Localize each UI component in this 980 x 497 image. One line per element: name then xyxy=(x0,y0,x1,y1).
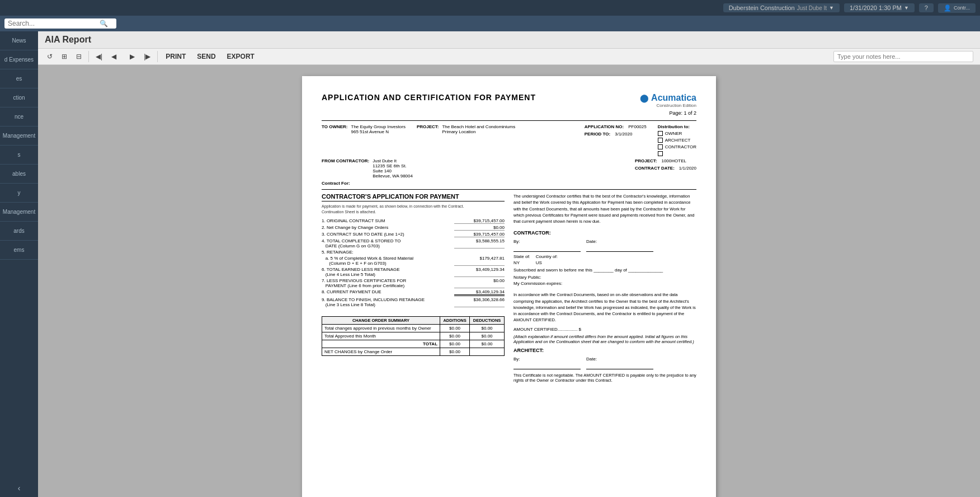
refresh-icon: ↺ xyxy=(47,53,53,60)
line1-label: 1. ORIGINAL CONTRACT SUM xyxy=(322,218,454,224)
co-label-net: NET CHANGES by Change Order xyxy=(322,348,440,355)
sidebar-item-management1-label: Management xyxy=(3,133,35,139)
send-button[interactable]: SEND xyxy=(194,51,219,62)
dist-architect: ARCHITECT xyxy=(658,138,696,143)
first-page-button[interactable]: ◀| xyxy=(93,51,105,62)
report-view: APPLICATION AND CERTIFICATION FOR PAYMEN… xyxy=(38,65,980,497)
sidebar-item-nce[interactable]: nce xyxy=(0,107,38,126)
search-box[interactable]: 🔍 xyxy=(4,18,116,29)
company-name: Duberstein Construction xyxy=(729,4,795,11)
company-selector[interactable]: Duberstein Construction Just Dube It ▼ xyxy=(723,3,840,12)
company-dropdown-arrow: ▼ xyxy=(829,5,834,11)
report-title-bar: AIA Report xyxy=(38,31,980,49)
state-block: State of: NY xyxy=(513,254,530,265)
line7-label: 7. LESS PREVIOUS CERTIFICATES FOR PAYMEN… xyxy=(322,278,454,288)
sidebar-item-news[interactable]: News xyxy=(0,31,38,50)
document: APPLICATION AND CERTIFICATION FOR PAYMEN… xyxy=(302,76,716,497)
date-label: Date: xyxy=(586,239,653,244)
last-page-button[interactable]: |▶ xyxy=(142,51,153,62)
help-button[interactable]: ? xyxy=(919,3,934,12)
search-input[interactable] xyxy=(8,20,97,27)
sidebar-item-ems-label: ems xyxy=(14,247,25,253)
line9-value: $36,306,328.66 xyxy=(454,297,505,307)
info-grid: TO OWNER: The Equity Group Investors965 … xyxy=(322,120,696,190)
print-button[interactable]: PRINT xyxy=(162,51,189,62)
user-button[interactable]: 👤 Contr... xyxy=(938,3,976,13)
dist-extra-checkbox xyxy=(658,151,663,156)
line-item-9: 9. BALANCE TO FINISH, INCLUDING RETAINAG… xyxy=(322,297,505,307)
line2-value: $0.00 xyxy=(454,225,505,231)
from-contractor-label: FROM CONTRACTOR: xyxy=(322,158,369,163)
refresh-button[interactable]: ↺ xyxy=(45,51,55,62)
co-header-summary: CHANGE ORDER SUMMARY xyxy=(322,316,440,324)
left-col: CONTRACTOR'S APPLICATION FOR PAYMENT App… xyxy=(322,193,505,383)
dist-owner: OWNER xyxy=(658,131,696,136)
datetime-selector[interactable]: 1/31/2020 1:30 PM ▼ xyxy=(844,3,915,12)
to-owner-cell: TO OWNER: The Equity Group Investors965 … xyxy=(322,124,406,156)
sidebar-item-s[interactable]: s xyxy=(0,146,38,165)
co-label-this-month: Total Approved this Month xyxy=(322,332,440,340)
co-label-previous: Total changes approved in previous month… xyxy=(322,324,440,332)
dist-contractor-label: CONTRACTOR xyxy=(665,144,696,149)
co-additions-this-month: $0.00 xyxy=(440,332,470,340)
arch-by-label: By: xyxy=(513,357,581,362)
co-row-previous: Total changes approved in previous month… xyxy=(322,324,505,332)
sidebar-item-es[interactable]: es xyxy=(0,69,38,88)
line-item-8: 8. CURRENT PAYMENT DUE $3,409,129.34 xyxy=(322,289,505,296)
by-underline xyxy=(513,245,581,252)
co-row-net: NET CHANGES by Change Order $0.00 xyxy=(322,348,505,355)
contractor-app-title: CONTRACTOR'S APPLICATION FOR PAYMENT xyxy=(322,193,505,201)
page-info: Page: 1 of 2 xyxy=(640,110,696,116)
dist-contractor: CONTRACTOR xyxy=(658,144,696,149)
project-value: The Beach Hotel and CondominiumsPrimary … xyxy=(442,124,515,134)
doc-logo: ⬤ Acumatica Construction Edition Page: 1… xyxy=(640,93,696,116)
sidebar-item-management2[interactable]: Management xyxy=(0,203,38,222)
non-negotiable-text: This Certificate is not negotiable. The … xyxy=(513,373,696,383)
co-deductions-this-month: $0.00 xyxy=(470,332,505,340)
sidebar-item-ards-label: ards xyxy=(13,228,24,234)
line-item-4: 4. TOTAL COMPLETED & STORED TO DATE (Col… xyxy=(322,238,505,248)
sidebar-item-ables[interactable]: ables xyxy=(0,165,38,184)
co-deductions-previous: $0.00 xyxy=(470,324,505,332)
line8-label: 8. CURRENT PAYMENT DUE xyxy=(322,289,454,296)
search-icon: 🔍 xyxy=(100,20,108,27)
sidebar-item-y-label: y xyxy=(18,190,21,196)
co-additions-net: $0.00 xyxy=(440,348,470,355)
contractor-label: CONTRACTOR: xyxy=(513,230,696,236)
line-item-5: 5. RETAINAGE: xyxy=(322,250,505,255)
separator1 xyxy=(88,51,89,62)
notes-input[interactable] xyxy=(833,51,973,62)
co-additions-total: $0.00 xyxy=(440,340,470,348)
sidebar-collapse-button[interactable]: ‹ xyxy=(0,479,38,497)
contract-for-row: Contract For: xyxy=(322,181,696,186)
sidebar-item-ems[interactable]: ems xyxy=(0,241,38,260)
next-page-button[interactable]: ▶ xyxy=(128,51,137,62)
sidebar-item-management1[interactable]: Management xyxy=(0,126,38,146)
commission-label: My Commission expires: xyxy=(513,281,696,286)
sidebar-item-es-label: es xyxy=(16,76,22,82)
sidebar-item-y[interactable]: y xyxy=(0,184,38,203)
content-area: AIA Report ↺ ⊞ ⊟ ◀| ◀ ▶ xyxy=(38,31,980,497)
arch-by-underline xyxy=(513,363,581,369)
co-additions-previous: $0.00 xyxy=(440,324,470,332)
project-row2: PROJECT: 1000HOTEL xyxy=(635,158,696,163)
country-block: Country of: US xyxy=(536,254,558,265)
sidebar-item-ables-label: ables xyxy=(12,171,26,177)
prev-page-button[interactable]: ◀ xyxy=(109,51,119,62)
first-page-icon: ◀| xyxy=(96,53,102,60)
export-button[interactable]: EXPORT xyxy=(224,51,258,62)
date-underline xyxy=(586,245,653,252)
right-col: The undersigned Contractor certifies tha… xyxy=(513,193,696,383)
arch-cert-text: In accordance with the Contract Document… xyxy=(513,292,696,323)
grid-button[interactable]: ⊞ xyxy=(59,51,69,62)
right-info-labels: APPLICATION NO: PF00025 PERIOD TO: 3/1/2… xyxy=(585,124,647,156)
app-no-value: PF00025 xyxy=(628,124,646,129)
project-label2: PROJECT: xyxy=(635,158,657,163)
logo-icon: ⬤ xyxy=(640,93,649,102)
sidebar-item-expenses[interactable]: d Expenses xyxy=(0,50,38,69)
line3-value: $39,715,457.00 xyxy=(454,232,505,237)
co-deductions-net xyxy=(470,348,505,355)
sidebar-item-ction[interactable]: ction xyxy=(0,88,38,107)
layout-button[interactable]: ⊟ xyxy=(74,51,84,62)
sidebar-item-ards[interactable]: ards xyxy=(0,222,38,241)
